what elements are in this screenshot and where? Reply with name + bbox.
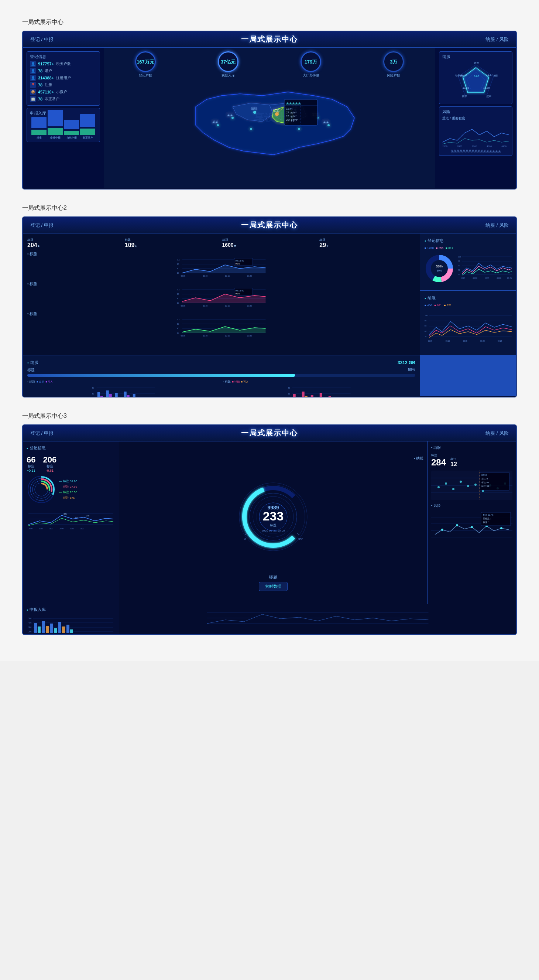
progress-bar-1 [27, 374, 415, 377]
db1-header: 登记 / 申报 一局式展示中心 纳服 / 风险 [23, 32, 516, 48]
svg-text:2020: 2020 [59, 528, 63, 530]
svg-text:4000: 4000 [487, 145, 492, 147]
svg-text:00:15: 00:15 [485, 277, 489, 279]
stat-circle-3: 179万 大厅办件量 [301, 51, 321, 78]
svg-point-212 [460, 480, 462, 483]
svg-text:标注 5: 标注 5 [482, 521, 490, 523]
svg-point-7 [327, 124, 330, 126]
donut-section: 58% 30% 100 80 60 40 20 [425, 251, 512, 286]
svg-text:2020: 2020 [29, 528, 32, 530]
svg-text:00:05: 00:05 [181, 335, 186, 337]
svg-text:00:20: 00:20 [496, 277, 501, 279]
svg-text:999: 999 [298, 538, 303, 541]
svg-text:00:15: 00:15 [225, 275, 230, 277]
svg-text:某某: 某某 [273, 109, 279, 112]
circle-ring-1: 167万元 [135, 51, 156, 72]
svg-text:标注 22.46: 标注 22.46 [482, 514, 494, 516]
svg-rect-156 [293, 394, 295, 398]
db3-bottom-left: 申报入库 500 400 300 200 [23, 604, 119, 635]
stat-circle-4: 3万 风险户数 [383, 51, 404, 78]
svg-point-175 [31, 479, 52, 500]
rstat-3: 标题 1600★ [222, 238, 318, 248]
db3-bottom-row: 申报入库 500 400 300 200 [23, 604, 516, 635]
svg-text:275: 275 [75, 516, 79, 519]
svg-text:100: 100 [425, 315, 428, 317]
svg-text:27 μg/m³: 27 μg/m³ [286, 111, 296, 114]
svg-text:58%: 58% [436, 264, 443, 268]
svg-text:00:10: 00:10 [203, 305, 208, 307]
db2-top-center: 纳服 ■ 400 ■ 621 ■ 921 100 80 60 40 20 [420, 291, 516, 355]
svg-text:11.67: 11.67 [486, 73, 493, 76]
svg-point-214 [474, 484, 477, 486]
realtime-button[interactable]: 实时数据 [259, 582, 288, 591]
section1-label: 一局式展示中心 [22, 19, 517, 26]
svg-text:00:10: 00:10 [473, 277, 477, 279]
db2-header-left: 登记 / 申报 [30, 222, 54, 229]
svg-point-229 [441, 528, 443, 531]
svg-text:标注 43: 标注 43 [481, 481, 489, 484]
gauge-svg: 9989 233 标题 2020-06-21 10:00 0 999 [236, 480, 310, 554]
db2-header-center: 一局式展示中心 [241, 220, 298, 230]
svg-text:00:15:40: 00:15:40 [236, 290, 244, 292]
svg-text:96%: 96% [236, 293, 240, 295]
svg-text:100: 100 [458, 256, 461, 258]
svg-text:60: 60 [177, 323, 179, 325]
svg-rect-159 [304, 396, 307, 398]
svg-text:60: 60 [177, 263, 179, 265]
svg-text:2020: 2020 [39, 528, 43, 530]
user-icon-2: 👤 [30, 68, 36, 74]
svg-text:11.63: 11.63 [463, 86, 469, 89]
svg-text:00:10: 00:10 [203, 275, 208, 277]
svg-rect-252 [58, 622, 61, 633]
right-line-1: • 标题 100 60 40 20 [27, 251, 415, 279]
svg-text:233: 233 [263, 509, 284, 523]
svg-text:323: 323 [63, 513, 68, 515]
svg-text:2000: 2000 [443, 145, 448, 147]
svg-text:80: 80 [458, 261, 460, 262]
svg-text:00:10: 00:10 [445, 340, 450, 342]
svg-text:成本: 成本 [486, 95, 491, 97]
section3-label: 一局式展示中心3 [22, 412, 517, 420]
svg-point-210 [445, 482, 447, 485]
svg-text:2800: 2800 [457, 145, 463, 147]
svg-text:100: 100 [177, 318, 181, 321]
svg-text:标注 33.: 标注 33. [481, 485, 490, 487]
info-row-2: 👤 314388+ 注册用户 [30, 75, 97, 81]
declaration-block: 申报入库 税率 企业申报 [27, 108, 100, 142]
svg-text:00:10: 00:10 [203, 335, 208, 337]
bar-4: 非正常户 [80, 114, 95, 140]
svg-rect-140 [124, 391, 127, 398]
box-icon: 📦 [30, 89, 36, 95]
dashboard-3: 登记 / 申报 一局式展示中心 纳服 / 风险 登记信息 66 标注 +0.1 [22, 425, 517, 635]
db3-bottom-chart [123, 607, 512, 632]
right-chart-3: 100 60 40 20 00:05 00:10 00:15 00:20 [27, 317, 415, 337]
stat-circle-2: 37亿元 税款入库 [218, 51, 238, 78]
risk-line-area: 标注 22.46 某标注 1 标注 5 [431, 511, 512, 544]
svg-text:2020: 2020 [80, 528, 84, 530]
svg-rect-254 [67, 625, 70, 633]
svg-text:80: 80 [288, 387, 290, 389]
db2-body: 登记信息 ■ 1200 ■ 356 ■ 617 58% 30% [23, 234, 516, 396]
svg-rect-137 [109, 394, 112, 398]
svg-text:40: 40 [177, 298, 179, 299]
svg-text:00:15: 00:15 [225, 305, 230, 307]
page-wrapper: 一局式展示中心 登记 / 申报 一局式展示中心 纳服 / 风险 登记信息 👤 [0, 0, 539, 661]
svg-text:00:05: 00:05 [428, 340, 432, 342]
right-chart-1: 100 60 40 20 00:15:40 [27, 258, 415, 278]
donut-chart: 58% 30% [425, 254, 454, 283]
svg-marker-89 [182, 265, 266, 273]
svg-rect-248 [42, 621, 45, 633]
svg-rect-253 [62, 627, 65, 633]
svg-text:00-03: 00-03 [56, 634, 60, 635]
stat-circles-row: 167万元 登记户数 37亿元 税款入库 179万 大 [104, 48, 435, 81]
map-area: 深圳 某某 某某 某某 某某 某某 某某 某某某某某 [104, 77, 435, 173]
svg-text:200: 200 [29, 630, 32, 633]
svg-text:深圳: 深圳 [251, 107, 257, 110]
risk-line-chart: 2000 2800 3200 4000 4400 [442, 122, 509, 148]
svg-text:100: 100 [177, 288, 181, 291]
svg-text:20: 20 [177, 332, 179, 334]
right-stat-nums: 标题 204★ 标题 109☆ 标题 1600★ 标题 29☆ [27, 238, 415, 248]
right-line-2: • 标题 100 60 40 20 00:15:40 [27, 282, 415, 309]
db1-body: 登记信息 👤 917757+ 税务户数 👤 78 增户 👤 314388+ [23, 48, 516, 188]
svg-text:某某某某某: 某某某某某 [286, 102, 301, 105]
